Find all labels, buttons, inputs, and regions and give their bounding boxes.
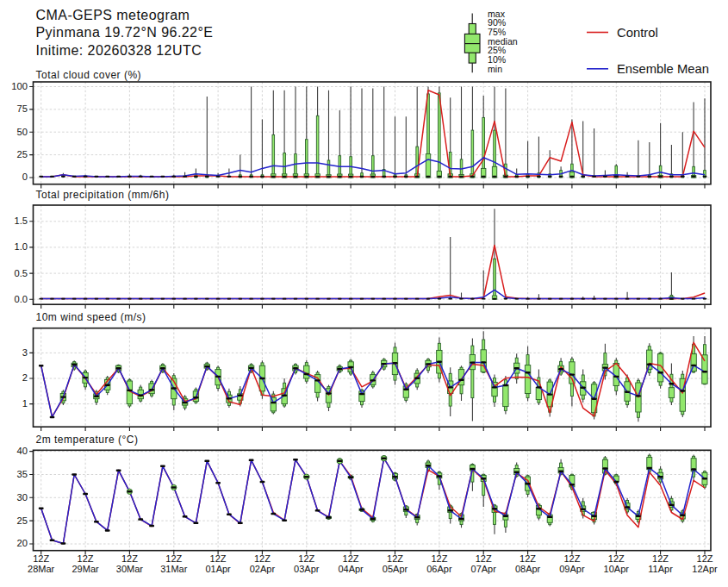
svg-text:12Z: 12Z xyxy=(33,553,49,564)
svg-text:04Apr: 04Apr xyxy=(338,564,364,574)
svg-text:50: 50 xyxy=(17,127,28,137)
svg-text:2m temperature (°C): 2m temperature (°C) xyxy=(36,434,139,446)
svg-text:31Mar: 31Mar xyxy=(160,564,188,574)
svg-text:12Z: 12Z xyxy=(254,553,271,564)
svg-text:10Apr: 10Apr xyxy=(604,564,630,574)
svg-text:12Z: 12Z xyxy=(608,553,625,564)
svg-text:03Apr: 03Apr xyxy=(294,564,320,574)
svg-text:12Z: 12Z xyxy=(520,553,536,564)
svg-text:12Z: 12Z xyxy=(210,553,227,564)
svg-text:12Z: 12Z xyxy=(343,553,359,564)
svg-text:05Apr: 05Apr xyxy=(383,564,408,574)
svg-text:Ensemble Mean: Ensemble Mean xyxy=(617,62,709,76)
svg-text:28Mar: 28Mar xyxy=(28,564,55,574)
svg-text:Initime: 20260328 12UTC: Initime: 20260328 12UTC xyxy=(36,43,202,58)
svg-text:0.0: 0.0 xyxy=(14,294,28,304)
svg-text:20: 20 xyxy=(17,538,28,548)
svg-text:12Z: 12Z xyxy=(563,553,580,564)
svg-text:12Z: 12Z xyxy=(476,553,492,564)
svg-text:12Z: 12Z xyxy=(431,553,447,564)
svg-text:1.5: 1.5 xyxy=(14,215,28,226)
svg-text:1: 1 xyxy=(22,398,28,409)
svg-text:09Apr: 09Apr xyxy=(559,564,585,574)
svg-text:01Apr: 01Apr xyxy=(205,564,231,574)
svg-text:06Apr: 06Apr xyxy=(426,564,452,574)
svg-text:3: 3 xyxy=(22,347,28,358)
svg-text:min: min xyxy=(488,64,502,74)
svg-text:12Z: 12Z xyxy=(165,553,182,564)
svg-text:Total cloud cover (%): Total cloud cover (%) xyxy=(36,69,142,81)
svg-text:CMA-GEPS meteogram: CMA-GEPS meteogram xyxy=(36,8,190,22)
svg-text:30Mar: 30Mar xyxy=(116,564,144,574)
svg-text:12Z: 12Z xyxy=(387,553,403,564)
svg-text:100: 100 xyxy=(11,81,28,91)
svg-text:0: 0 xyxy=(22,172,28,182)
svg-text:12Z: 12Z xyxy=(78,553,94,564)
svg-text:75: 75 xyxy=(17,103,28,114)
svg-text:12Z: 12Z xyxy=(121,553,138,564)
svg-text:25: 25 xyxy=(17,149,28,159)
svg-text:Pyinmana 19.72°N 96.22°E: Pyinmana 19.72°N 96.22°E xyxy=(36,25,214,40)
svg-text:29Mar: 29Mar xyxy=(72,564,100,574)
svg-text:12Z: 12Z xyxy=(652,553,669,564)
svg-text:25: 25 xyxy=(17,515,28,526)
svg-text:12Apr: 12Apr xyxy=(692,564,718,574)
svg-text:0.5: 0.5 xyxy=(14,268,28,278)
svg-text:10m wind speed (m/s): 10m wind speed (m/s) xyxy=(36,311,146,323)
svg-text:08Apr: 08Apr xyxy=(515,564,541,574)
svg-text:Control: Control xyxy=(617,26,658,40)
svg-text:11Apr: 11Apr xyxy=(648,564,673,574)
svg-text:12Z: 12Z xyxy=(298,553,314,564)
svg-text:30: 30 xyxy=(17,492,28,503)
svg-text:40: 40 xyxy=(17,446,28,456)
svg-text:02Apr: 02Apr xyxy=(250,564,276,574)
svg-text:35: 35 xyxy=(17,469,28,479)
svg-text:07Apr: 07Apr xyxy=(471,564,497,574)
svg-text:12Z: 12Z xyxy=(697,553,713,564)
svg-text:1.0: 1.0 xyxy=(14,241,28,252)
svg-text:Total precipitation (mm/6h): Total precipitation (mm/6h) xyxy=(36,189,170,201)
svg-text:2: 2 xyxy=(22,372,28,383)
